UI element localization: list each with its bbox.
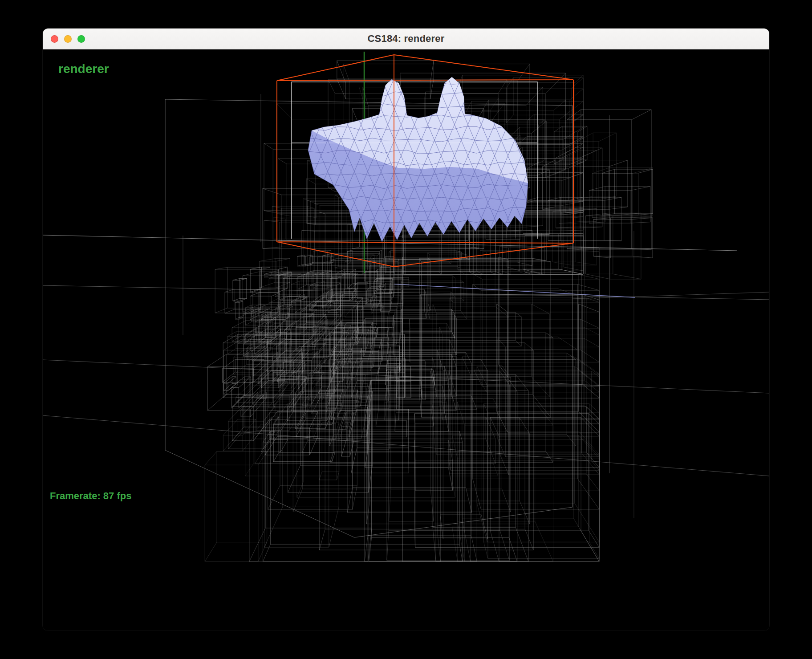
zoom-button[interactable] <box>77 35 85 43</box>
title-bar[interactable]: CS184: renderer <box>43 28 769 49</box>
window-controls <box>51 28 85 49</box>
window-title: CS184: renderer <box>43 33 769 45</box>
desktop: { "window": { "title": "CS184: renderer"… <box>0 0 812 659</box>
render-canvas[interactable] <box>43 49 769 631</box>
close-button[interactable] <box>51 35 58 43</box>
app-window: CS184: renderer renderer Framerate: 87 f… <box>43 28 769 631</box>
render-viewport: renderer Framerate: 87 fps <box>43 49 769 631</box>
minimize-button[interactable] <box>64 35 72 43</box>
